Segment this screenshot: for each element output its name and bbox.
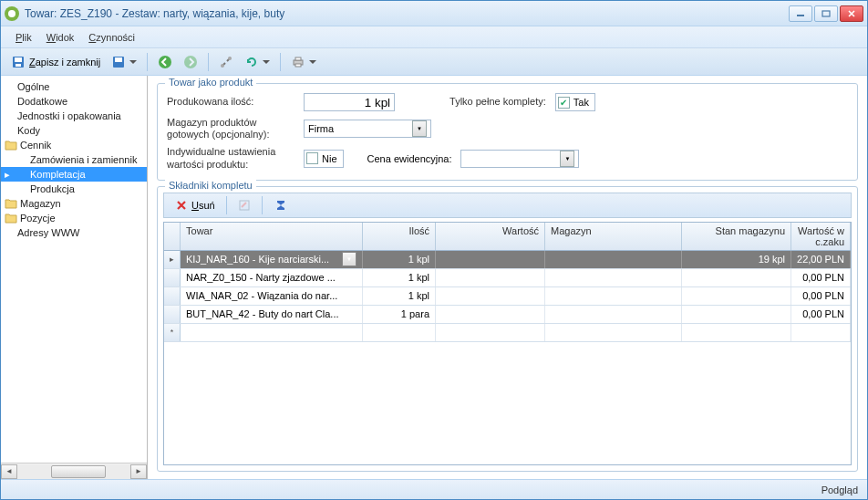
save-button[interactable]: [107, 52, 141, 72]
print-button[interactable]: [286, 52, 321, 72]
col-stan[interactable]: Stan magazynu: [682, 223, 791, 250]
back-button[interactable]: [153, 52, 177, 72]
dropdown-icon[interactable]: ▼: [342, 252, 356, 266]
svg-rect-3: [15, 57, 22, 62]
scroll-thumb[interactable]: [51, 465, 106, 478]
row-indicator: [164, 269, 181, 286]
individual-checkbox[interactable]: Nie: [304, 150, 344, 168]
scroll-track[interactable]: [17, 464, 130, 479]
cell-ilosc[interactable]: [363, 324, 436, 341]
cell-stan[interactable]: [682, 324, 791, 341]
cell-towar[interactable]: WIA_NAR_02 - Wiązania do nar...: [181, 287, 363, 305]
warehouse-select[interactable]: Firma ▼: [304, 120, 431, 138]
cell-wcz[interactable]: 22,00 PLN: [791, 251, 851, 268]
tools-button[interactable]: [214, 52, 238, 72]
grid-header: Towar Ilość Wartość Magazyn Stan magazyn…: [164, 223, 851, 251]
svg-point-10: [228, 57, 232, 60]
only-full-checkbox[interactable]: ✔ Tak: [555, 93, 595, 111]
table-row[interactable]: WIA_NAR_02 - Wiązania do nar... 1 kpl 0,…: [164, 287, 851, 306]
cell-stan[interactable]: [682, 306, 791, 323]
maximize-button[interactable]: [814, 5, 838, 22]
table-row[interactable]: BUT_NAR_42 - Buty do nart Cla... 1 para …: [164, 306, 851, 324]
col-ilosc[interactable]: Ilość: [363, 223, 436, 250]
qty-input[interactable]: [304, 93, 395, 111]
table-row[interactable]: ▸ KIJ_NAR_160 - Kije narciarski... ▼ 1 k…: [164, 251, 851, 269]
svg-rect-13: [295, 64, 301, 67]
sidebar-item-pozycje[interactable]: Pozycje: [1, 211, 147, 225]
col-wartosc[interactable]: Wartość: [436, 223, 545, 250]
save-close-button[interactable]: Zapisz i zamknij: [6, 52, 105, 72]
col-wcz[interactable]: Wartość w c.zaku: [791, 223, 851, 250]
cell-wcz[interactable]: 0,00 PLN: [791, 306, 851, 323]
cell-ilosc[interactable]: 1 kpl: [363, 287, 436, 305]
svg-point-7: [159, 56, 171, 68]
cell-magazyn[interactable]: [545, 251, 682, 268]
menu-czynnosci[interactable]: Czynności: [81, 30, 142, 45]
cell-towar[interactable]: BUT_NAR_42 - Buty do nart Cla...: [181, 306, 363, 323]
col-towar[interactable]: Towar: [181, 223, 363, 250]
refresh-button[interactable]: [240, 52, 274, 72]
cell-wartosc[interactable]: [436, 306, 545, 323]
sidebar-item-cennik[interactable]: Cennik: [1, 138, 147, 152]
cell-wcz[interactable]: 0,00 PLN: [791, 287, 851, 305]
table-row[interactable]: NAR_Z0_150 - Narty zjazdowe ... 1 kpl 0,…: [164, 269, 851, 287]
sidebar-item-produkcja[interactable]: Produkcja: [1, 182, 147, 196]
svg-rect-6: [115, 57, 122, 62]
sum-button[interactable]: [268, 196, 294, 214]
main-panel: Towar jako produkt Produkowana ilość: Ty…: [148, 76, 867, 479]
cell-towar[interactable]: KIJ_NAR_160 - Kije narciarski... ▼: [181, 251, 363, 268]
delete-button[interactable]: Usuń: [170, 197, 221, 214]
cell-magazyn[interactable]: [545, 306, 682, 323]
menu-widok[interactable]: Widok: [39, 30, 82, 45]
cell-wartosc[interactable]: [436, 324, 545, 341]
cell-wartosc[interactable]: [436, 287, 545, 305]
grid-body[interactable]: ▸ KIJ_NAR_160 - Kije narciarski... ▼ 1 k…: [164, 251, 851, 464]
nav-tree[interactable]: Ogólne Dodatkowe Jednostki i opakowania …: [1, 76, 147, 463]
product-group-title: Towar jako produkt: [165, 77, 256, 88]
sidebar-item-zamowienia[interactable]: Zamówienia i zamiennik: [1, 152, 147, 167]
sidebar-item-adresy[interactable]: Adresy WWW: [1, 225, 147, 240]
toolbar-separator: [226, 196, 227, 214]
cell-wcz[interactable]: 0,00 PLN: [791, 269, 851, 286]
cell-ilosc[interactable]: 1 kpl: [363, 269, 436, 286]
titlebar: Towar: ZES_Z190 - Zestaw: narty, wiązani…: [1, 1, 867, 26]
cell-magazyn[interactable]: [545, 324, 682, 341]
cell-wcz[interactable]: [791, 324, 851, 341]
minimize-button[interactable]: [789, 5, 812, 22]
cell-wartosc[interactable]: [436, 251, 545, 268]
scroll-right-button[interactable]: ►: [130, 464, 147, 479]
row-indicator: *: [164, 324, 181, 341]
price-select[interactable]: ▼: [460, 150, 579, 168]
cell-ilosc[interactable]: 1 kpl: [363, 251, 436, 268]
folder-icon: [5, 140, 17, 151]
cell-magazyn[interactable]: [545, 287, 682, 305]
svg-rect-12: [295, 57, 301, 60]
window: Towar: ZES_Z190 - Zestaw: narty, wiązani…: [0, 0, 868, 500]
cell-wartosc[interactable]: [436, 269, 545, 286]
table-row-new[interactable]: *: [164, 324, 851, 342]
save-close-label: Zapisz i zamknij: [29, 57, 100, 68]
sidebar-item-ogolne[interactable]: Ogólne: [1, 79, 147, 94]
edit-button[interactable]: [232, 197, 256, 214]
menu-plik[interactable]: Plik: [8, 30, 39, 45]
cell-towar[interactable]: [181, 324, 363, 341]
cell-towar[interactable]: NAR_Z0_150 - Narty zjazdowe ...: [181, 269, 363, 286]
cell-stan[interactable]: [682, 287, 791, 305]
toolbar-separator: [208, 53, 209, 71]
forward-button[interactable]: [179, 52, 202, 72]
cell-ilosc[interactable]: 1 para: [363, 306, 436, 323]
sidebar-item-kompletacja[interactable]: Kompletacja: [1, 167, 147, 182]
status-text[interactable]: Podgląd: [822, 484, 858, 495]
cell-stan[interactable]: 19 kpl: [682, 251, 791, 268]
sidebar-item-magazyn[interactable]: Magazyn: [1, 196, 147, 211]
row-indicator: [164, 287, 181, 305]
close-button[interactable]: [840, 5, 863, 22]
col-magazyn[interactable]: Magazyn: [545, 223, 682, 250]
sidebar-item-dodatkowe[interactable]: Dodatkowe: [1, 94, 147, 109]
scroll-left-button[interactable]: ◄: [1, 464, 17, 479]
cell-stan[interactable]: [682, 269, 791, 286]
sidebar-item-jednostki[interactable]: Jednostki i opakowania: [1, 109, 147, 123]
sidebar-hscroll[interactable]: ◄ ►: [1, 463, 147, 479]
sidebar-item-kody[interactable]: Kody: [1, 123, 147, 138]
cell-magazyn[interactable]: [545, 269, 682, 286]
